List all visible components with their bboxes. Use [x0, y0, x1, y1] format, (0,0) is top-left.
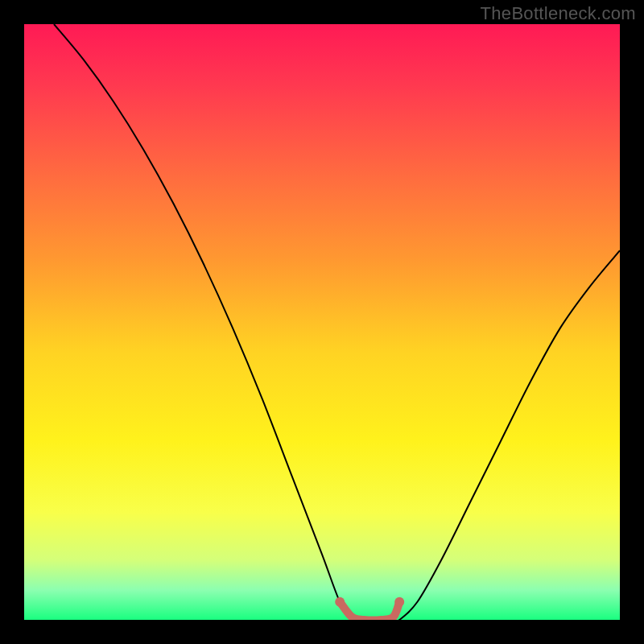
- bottleneck-curve: [54, 24, 620, 620]
- bottom-highlight: [340, 602, 399, 620]
- watermark-text: TheBottleneck.com: [481, 3, 636, 24]
- curve-layer: [24, 24, 620, 620]
- chart-frame: TheBottleneck.com: [0, 0, 644, 644]
- highlight-dot-left: [335, 597, 345, 607]
- plot-area: [24, 24, 620, 620]
- highlight-dot-right: [394, 597, 404, 607]
